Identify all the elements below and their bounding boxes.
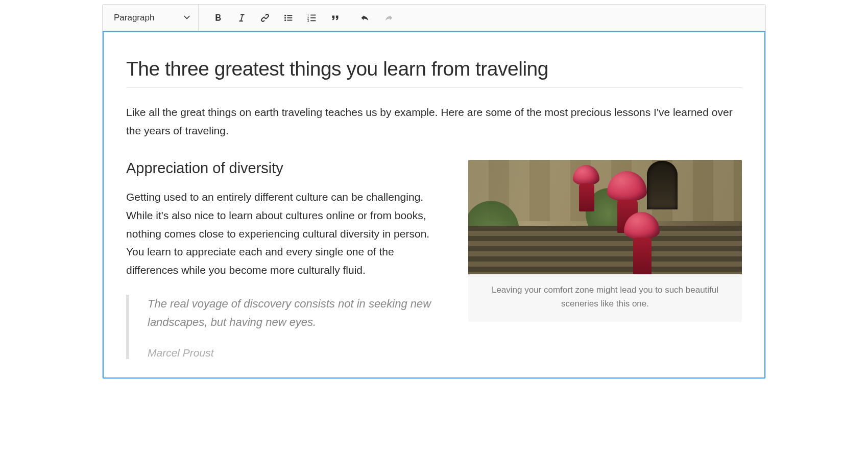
document-title[interactable]: The three greatest things you learn from… (126, 58, 742, 88)
editor-content[interactable]: The three greatest things you learn from… (103, 31, 765, 378)
quote-text[interactable]: The real voyage of discovery consists no… (148, 295, 444, 332)
svg-rect-4 (287, 17, 292, 18)
figure-image[interactable] (468, 160, 742, 274)
right-column: Leaving your comfort zone might lead you… (468, 160, 742, 322)
numbered-list-icon: 123 (306, 12, 318, 23)
svg-point-0 (284, 14, 286, 16)
svg-point-1 (284, 17, 286, 18)
redo-button[interactable] (377, 7, 400, 29)
chevron-down-icon (184, 13, 190, 23)
svg-rect-10 (310, 17, 316, 18)
link-icon (259, 12, 271, 23)
svg-rect-9 (310, 14, 316, 15)
monk-umbrella-icon (624, 212, 660, 274)
paragraph-style-label: Paragraph (114, 13, 154, 23)
italic-icon (236, 12, 247, 23)
bold-icon (212, 12, 224, 23)
italic-button[interactable] (230, 7, 253, 29)
blockquote-icon (330, 12, 341, 23)
bulleted-list-button[interactable] (277, 7, 300, 29)
svg-point-2 (284, 19, 286, 21)
editor-container: Paragraph 123 (102, 4, 766, 379)
quote-author[interactable]: Marcel Proust (148, 347, 444, 359)
section-heading[interactable]: Appreciation of diversity (126, 160, 444, 177)
editor-toolbar: Paragraph 123 (103, 5, 765, 31)
left-column: Appreciation of diversity Getting used t… (126, 160, 444, 359)
toolbar-buttons: 123 (199, 7, 400, 29)
image-figure[interactable]: Leaving your comfort zone might lead you… (468, 160, 742, 322)
blockquote-button[interactable] (324, 7, 347, 29)
undo-button[interactable] (354, 7, 376, 29)
blockquote[interactable]: The real voyage of discovery consists no… (126, 295, 444, 360)
intro-paragraph[interactable]: Like all the great things on earth trave… (126, 103, 742, 139)
numbered-list-button[interactable]: 123 (301, 7, 323, 29)
monk-umbrella-icon (573, 165, 599, 211)
svg-rect-3 (287, 15, 292, 16)
link-button[interactable] (254, 7, 276, 29)
svg-rect-5 (287, 19, 292, 20)
bold-button[interactable] (207, 7, 229, 29)
svg-text:3: 3 (307, 19, 309, 22)
svg-rect-11 (310, 20, 316, 21)
content-columns: Appreciation of diversity Getting used t… (126, 160, 742, 359)
section-body[interactable]: Getting used to an entirely different cu… (126, 188, 444, 279)
undo-icon (359, 12, 371, 23)
paragraph-style-select[interactable]: Paragraph (105, 5, 199, 31)
bulleted-list-icon (283, 12, 294, 23)
redo-icon (383, 12, 394, 23)
figure-caption[interactable]: Leaving your comfort zone might lead you… (468, 274, 742, 322)
